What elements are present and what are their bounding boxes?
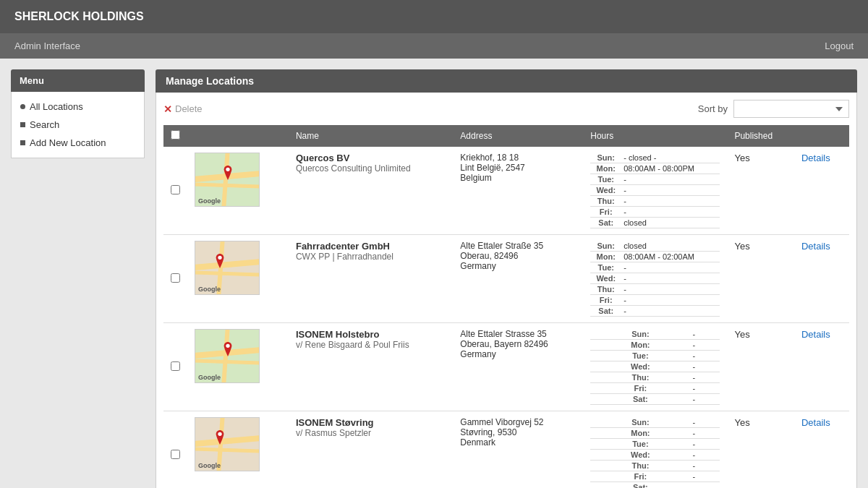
address-line3: Germany (460, 349, 576, 359)
hours-row: Fri: - (590, 295, 720, 306)
row-checkbox-cell (163, 323, 187, 411)
locations-table-container: Name Address Hours Published (163, 125, 849, 488)
time-value: - (621, 273, 720, 284)
details-link[interactable]: Details (801, 241, 830, 252)
content-body: ✕ Delete Sort by Name Address (156, 93, 857, 488)
address-line1: Alte Ettaler Straße 35 (460, 241, 576, 251)
app-title: SHERLOCK HOLDINGS (14, 10, 854, 23)
address-line2: Lint België, 2547 (460, 163, 576, 173)
details-link[interactable]: Details (801, 417, 830, 428)
sort-select[interactable]: Name Address (733, 100, 849, 118)
time-value: - (621, 207, 720, 218)
col-address: Address (453, 125, 583, 147)
x-icon: ✕ (163, 103, 172, 115)
hours-row: Wed: - (590, 450, 720, 461)
day-label: Sat: (590, 218, 621, 228)
sort-by-area: Sort by Name Address (698, 100, 849, 118)
day-label: Sun: (590, 241, 621, 252)
day-label: Sun: (590, 329, 690, 340)
time-value: - (691, 482, 720, 489)
hours-row: Sun: closed (590, 241, 720, 252)
details-link[interactable]: Details (801, 329, 830, 340)
time-value: - (691, 372, 720, 383)
row-checkbox[interactable] (171, 273, 180, 283)
location-subtitle: v/ Rene Bisgaard & Poul Friis (296, 340, 446, 350)
sidebar-menu-body: All Locations Search Add New Location (11, 92, 145, 158)
hours-table: Sun: - Mon: - Tue: - Wed: - (590, 417, 720, 488)
hours-row: Mon: - (590, 340, 720, 351)
hours-row: Sat: - (590, 306, 720, 317)
col-actions (794, 125, 849, 147)
row-checkbox-cell (163, 411, 187, 489)
day-label: Mon: (590, 252, 621, 262)
google-label: Google (198, 462, 221, 469)
row-published-cell: Yes (727, 411, 794, 489)
hours-row: Mon: 08:00AM - 08:00PM (590, 163, 720, 174)
location-name: Fahrradcenter GmbH (296, 241, 446, 252)
select-all-checkbox[interactable] (171, 130, 180, 140)
day-label: Sat: (590, 482, 690, 489)
time-value: - (621, 284, 720, 295)
hours-table: Sun: - Mon: - Tue: - Wed: - (590, 329, 720, 405)
location-subtitle: CWX PP | Fahrradhandel (296, 252, 446, 262)
published-status: Yes (734, 329, 749, 340)
location-subtitle: v/ Rasmus Spetzler (296, 428, 446, 438)
admin-label: Admin Interface (14, 40, 80, 51)
hours-row: Fri: - (590, 383, 720, 394)
logout-button[interactable]: Logout (825, 40, 854, 51)
sidebar-item-add-new-location[interactable]: Add New Location (12, 134, 144, 152)
row-checkbox[interactable] (171, 450, 180, 459)
day-label: Mon: (590, 340, 690, 351)
row-map-cell: Google (187, 323, 289, 411)
hours-row: Sat: closed (590, 218, 720, 228)
hours-row: Thu: - (590, 461, 720, 471)
hours-row: Wed: - (590, 273, 720, 284)
address-line1: Alte Ettaler Strasse 35 (460, 329, 576, 339)
time-value: - (621, 185, 720, 196)
row-checkbox[interactable] (171, 185, 180, 194)
col-hours: Hours (583, 125, 727, 147)
day-label: Thu: (590, 196, 621, 207)
table-row: Google ISONEM Holstebro v/ Rene Bisgaard… (163, 323, 849, 411)
time-value: - (691, 383, 720, 394)
toolbar: ✕ Delete Sort by Name Address (163, 100, 849, 118)
hours-row: Sun: - (590, 329, 720, 340)
col-published: Published (727, 125, 794, 147)
hours-row: Fri: - (590, 207, 720, 218)
sidebar: Menu All Locations Search Add New Locati… (11, 69, 145, 488)
row-checkbox[interactable] (171, 361, 180, 371)
day-label: Sat: (590, 394, 690, 405)
map-pin-icon (222, 341, 234, 357)
day-label: Wed: (590, 273, 621, 284)
location-name: ISONEM Støvring (296, 417, 446, 428)
map-thumbnail: Google (195, 329, 260, 383)
google-label: Google (198, 197, 221, 205)
row-published-cell: Yes (727, 147, 794, 235)
hours-row: Wed: - (590, 361, 720, 372)
row-name-cell: ISONEM Støvring v/ Rasmus Spetzler (289, 411, 453, 489)
address-line2: Oberau, Bayern 82496 (460, 339, 576, 349)
day-label: Tue: (590, 174, 621, 185)
delete-button[interactable]: ✕ Delete (163, 103, 203, 115)
row-checkbox-cell (163, 235, 187, 323)
hours-row: Mon: 08:00AM - 02:00AM (590, 252, 720, 262)
row-hours-cell: Sun: - closed - Mon: 08:00AM - 08:00PM T… (583, 147, 727, 235)
time-value: - (691, 417, 720, 428)
map-pin-icon (214, 253, 226, 269)
day-label: Tue: (590, 351, 690, 361)
hours-row: Sat: - (590, 482, 720, 489)
day-label: Fri: (590, 295, 621, 306)
time-value: closed (621, 218, 720, 228)
day-label: Thu: (590, 284, 621, 295)
row-published-cell: Yes (727, 235, 794, 323)
time-value: - (621, 262, 720, 273)
details-link[interactable]: Details (801, 153, 830, 163)
row-details-cell: Details (794, 323, 849, 411)
sidebar-item-all-locations[interactable]: All Locations (12, 98, 144, 116)
day-label: Sun: (590, 153, 621, 163)
hours-row: Tue: - (590, 174, 720, 185)
hours-row: Tue: - (590, 262, 720, 273)
table-row: Google Fahrradcenter GmbH CWX PP | Fahrr… (163, 235, 849, 323)
row-details-cell: Details (794, 235, 849, 323)
sidebar-item-search[interactable]: Search (12, 116, 144, 134)
